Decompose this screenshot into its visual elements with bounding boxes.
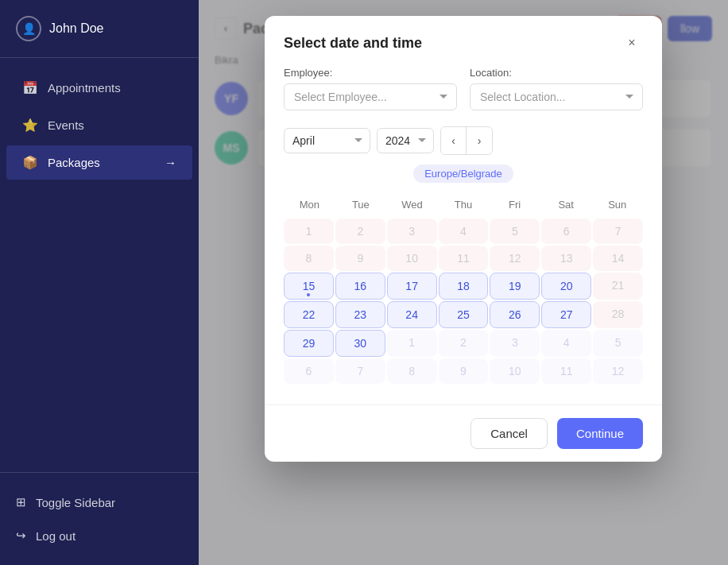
calendar-controls: JanuaryFebruaryMarch AprilMayJune JulyAu… xyxy=(284,126,643,155)
calendar-day[interactable]: 24 xyxy=(387,301,437,328)
weekday-thu: Thu xyxy=(438,194,490,215)
calendar-nav-group: ‹ › xyxy=(440,126,493,155)
sidebar: 👤 John Doe 📅 Appointments ⭐ Events 📦 Pac… xyxy=(0,0,199,565)
user-avatar-icon: 👤 xyxy=(16,16,41,41)
calendar-day[interactable]: 1 xyxy=(387,330,437,357)
calendar-day[interactable]: 25 xyxy=(439,301,489,328)
prev-month-button[interactable]: ‹ xyxy=(441,127,467,154)
calendar-day[interactable]: 10 xyxy=(490,358,540,384)
calendar-grid: Mon Tue Wed Thu Fri Sat Sun 1 2 3 4 xyxy=(284,194,643,384)
calendar-day[interactable]: 26 xyxy=(490,301,540,328)
events-icon: ⭐ xyxy=(22,118,38,133)
calendar-day[interactable]: 5 xyxy=(593,330,643,357)
cancel-modal-button[interactable]: Cancel xyxy=(470,418,548,449)
calendar-day[interactable]: 8 xyxy=(284,246,334,271)
employee-form-group: Employee: Select Employee... xyxy=(284,67,457,110)
arrow-icon: → xyxy=(165,156,176,169)
employee-label: Employee: xyxy=(284,67,457,79)
modal-close-button[interactable]: × xyxy=(621,32,643,54)
calendar-day[interactable]: 27 xyxy=(541,301,591,328)
modal-body: Employee: Select Employee... Location: S… xyxy=(265,67,662,404)
timezone-label: Europe/Belgrade xyxy=(413,164,513,183)
calendar-day[interactable]: 6 xyxy=(541,219,591,244)
calendar-row-5: 29 30 1 2 3 4 5 xyxy=(284,330,643,357)
calendar-day[interactable]: 14 xyxy=(593,246,643,271)
calendar-day[interactable]: 29 xyxy=(284,330,334,357)
calendar-day[interactable]: 11 xyxy=(439,246,489,271)
calendar-day[interactable]: 4 xyxy=(439,219,489,244)
logout-label: Log out xyxy=(36,529,76,543)
logout-icon: ↪ xyxy=(16,528,26,543)
weekday-mon: Mon xyxy=(284,194,335,215)
sidebar-item-label: Appointments xyxy=(48,81,121,95)
location-form-group: Location: Select Location... xyxy=(470,67,643,110)
sidebar-item-label: Packages xyxy=(48,156,100,169)
calendar-day[interactable]: 5 xyxy=(490,219,540,244)
calendar-day[interactable]: 4 xyxy=(541,330,591,357)
weekday-sat: Sat xyxy=(540,194,592,215)
calendar-day[interactable]: 10 xyxy=(387,246,437,271)
calendar-day[interactable]: 15 xyxy=(284,273,334,300)
sidebar-item-label: Events xyxy=(48,118,84,132)
calendar-day[interactable]: 7 xyxy=(593,219,643,244)
employee-select[interactable]: Select Employee... xyxy=(284,83,457,110)
calendar-day[interactable]: 2 xyxy=(439,330,489,357)
form-row-employee-location: Employee: Select Employee... Location: S… xyxy=(284,67,643,110)
calendar-day[interactable]: 9 xyxy=(335,246,385,271)
calendar-day[interactable]: 12 xyxy=(490,246,540,271)
sidebar-item-appointments[interactable]: 📅 Appointments xyxy=(6,71,192,105)
calendar-day[interactable]: 11 xyxy=(541,358,591,384)
weekday-sun: Sun xyxy=(591,194,643,215)
calendar-day[interactable]: 18 xyxy=(439,273,489,300)
weekday-fri: Fri xyxy=(489,194,540,215)
year-select[interactable]: 2023 2024 2025 xyxy=(377,128,434,153)
calendar-day[interactable]: 9 xyxy=(439,358,489,384)
packages-icon: 📦 xyxy=(22,155,38,170)
modal-overlay: Select date and time × Employee: Select … xyxy=(199,0,728,565)
calendar-day[interactable]: 16 xyxy=(335,273,385,300)
sidebar-bottom: ⊞ Toggle Sidebar ↪ Log out xyxy=(0,472,199,565)
calendar-day[interactable]: 23 xyxy=(335,301,385,328)
calendar-day[interactable]: 3 xyxy=(490,330,540,357)
calendar-day[interactable]: 30 xyxy=(335,330,385,357)
timezone-badge: Europe/Belgrade xyxy=(284,164,643,183)
sidebar-item-packages[interactable]: 📦 Packages → xyxy=(6,145,192,180)
next-month-button[interactable]: › xyxy=(467,127,492,154)
calendar-row-4: 22 23 24 25 26 27 28 xyxy=(284,301,643,328)
calendar-day[interactable]: 22 xyxy=(284,301,334,328)
month-select[interactable]: JanuaryFebruaryMarch AprilMayJune JulyAu… xyxy=(284,128,370,153)
calendar-day[interactable]: 7 xyxy=(335,358,385,384)
calendar-day[interactable]: 12 xyxy=(593,358,643,384)
calendar-row-1: 1 2 3 4 5 6 7 xyxy=(284,219,643,244)
appointments-icon: 📅 xyxy=(22,80,38,95)
continue-button[interactable]: Continue xyxy=(557,418,643,449)
calendar-weekday-header: Mon Tue Wed Thu Fri Sat Sun xyxy=(284,194,643,215)
calendar-day[interactable]: 3 xyxy=(387,219,437,244)
calendar-day[interactable]: 21 xyxy=(593,273,643,300)
modal-header: Select date and time × xyxy=(265,16,662,67)
weekday-wed: Wed xyxy=(386,194,438,215)
toggle-label: Toggle Sidebar xyxy=(36,496,115,509)
toggle-sidebar-button[interactable]: ⊞ Toggle Sidebar xyxy=(0,486,199,519)
calendar-day[interactable]: 6 xyxy=(284,358,334,384)
modal-footer: Cancel Continue xyxy=(265,404,662,462)
calendar-day[interactable]: 2 xyxy=(335,219,385,244)
sidebar-username: John Doe xyxy=(49,21,104,36)
sidebar-nav: 📅 Appointments ⭐ Events 📦 Packages → xyxy=(0,58,199,472)
logout-button[interactable]: ↪ Log out xyxy=(0,519,199,552)
calendar-day[interactable]: 13 xyxy=(541,246,591,271)
toggle-icon: ⊞ xyxy=(16,495,26,509)
calendar-day[interactable]: 28 xyxy=(593,301,643,328)
location-label: Location: xyxy=(470,67,643,79)
calendar-day[interactable]: 17 xyxy=(387,273,437,300)
calendar-row-3: 15 16 17 18 19 20 21 xyxy=(284,273,643,300)
calendar-day[interactable]: 8 xyxy=(387,358,437,384)
calendar-day[interactable]: 1 xyxy=(284,219,334,244)
date-time-modal: Select date and time × Employee: Select … xyxy=(265,16,662,462)
calendar-day[interactable]: 19 xyxy=(490,273,540,300)
weekday-tue: Tue xyxy=(335,194,387,215)
sidebar-item-events[interactable]: ⭐ Events xyxy=(6,108,192,142)
location-select[interactable]: Select Location... xyxy=(470,83,643,110)
sidebar-user[interactable]: 👤 John Doe xyxy=(0,0,199,58)
calendar-day[interactable]: 20 xyxy=(541,273,591,300)
